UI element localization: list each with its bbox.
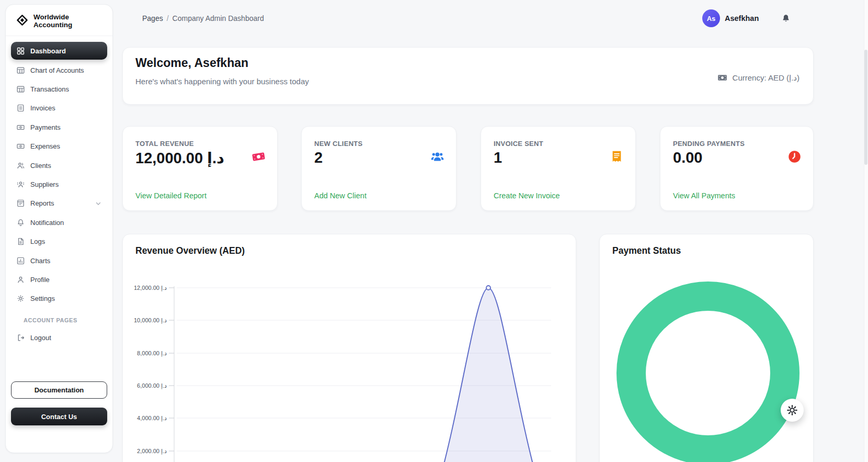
table-icon — [16, 66, 25, 75]
bar-chart-icon — [16, 256, 25, 265]
brand: Worldwide Accounting — [6, 5, 112, 36]
add-new-client-link[interactable]: Add New Client — [314, 191, 367, 200]
breadcrumb-root[interactable]: Pages — [142, 14, 163, 22]
chevron-down-icon — [95, 200, 102, 207]
sidebar-item-label: Payments — [30, 123, 61, 131]
bell-icon — [16, 218, 25, 227]
currency-label: Currency: AED (د.إ) — [733, 73, 800, 83]
bell-icon — [781, 14, 791, 23]
sidebar-item-label: Profile — [30, 276, 50, 284]
clock-icon — [787, 150, 802, 164]
sidebar-item-label: Chart of Accounts — [30, 66, 84, 74]
sidebar-item-dashboard[interactable]: Dashboard — [11, 42, 107, 60]
view-detailed-report-link[interactable]: View Detailed Report — [135, 191, 207, 200]
sidebar-item-label: Notification — [30, 219, 64, 227]
sidebar-item-settings[interactable]: Settings — [11, 289, 107, 308]
welcome-subtitle: Here's what's happening with your busine… — [135, 77, 309, 86]
view-all-payments-link[interactable]: View All Payments — [673, 191, 735, 200]
banknote-icon — [16, 142, 25, 151]
sidebar-item-label: Logs — [30, 238, 45, 245]
breadcrumb: Pages/Company Admin Dashboard — [142, 14, 264, 22]
receipt-icon — [610, 150, 624, 164]
page-scrollbar-track — [864, 0, 868, 462]
sidebar-item-invoices[interactable]: Invoices — [11, 99, 107, 118]
users-icon — [430, 150, 444, 164]
avatar[interactable]: As — [702, 9, 720, 27]
banknote-icon — [252, 150, 266, 164]
sidebar-item-profile[interactable]: Profile — [11, 270, 107, 289]
banknote-icon — [717, 72, 728, 83]
y-tick-label: 2,000.00 د.إ — [137, 448, 167, 455]
sidebar-item-logs[interactable]: Logs — [11, 232, 107, 251]
sidebar-item-label: Expenses — [30, 142, 60, 150]
user-group-icon — [16, 161, 25, 170]
sidebar-item-label: Settings — [30, 295, 55, 302]
user-name: Asefkhan — [725, 14, 759, 22]
sidebar-item-label: Charts — [30, 257, 50, 265]
revenue-area-chart: 12,000.00 د.إ 10,000.00 د.إ 8,000.00 د.إ… — [123, 234, 576, 462]
stat-value: 2 — [314, 149, 323, 166]
sidebar-item-label: Logout — [30, 334, 51, 342]
stat-value: 0.00 — [673, 149, 702, 166]
list-document-icon — [16, 104, 25, 112]
sidebar-item-transactions[interactable]: Transactions — [11, 80, 107, 98]
person-icon — [16, 275, 25, 284]
payment-status-donut-chart — [600, 234, 814, 462]
sidebar-item-label: Invoices — [30, 104, 55, 112]
contact-us-button[interactable]: Contact Us — [11, 408, 107, 425]
dashboard-grid-icon — [16, 47, 25, 55]
file-icon — [16, 237, 25, 246]
banknote-icon — [16, 123, 25, 132]
breadcrumb-separator: / — [167, 14, 169, 22]
settings-fab-button[interactable] — [781, 399, 804, 422]
sidebar-item-clients[interactable]: Clients — [11, 156, 107, 175]
sidebar-item-reports[interactable]: Reports — [11, 194, 107, 213]
y-tick-label: 10,000.00 د.إ — [134, 317, 167, 324]
sidebar-item-label: Transactions — [30, 85, 69, 93]
sidebar-footer: Documentation Contact Us — [11, 381, 107, 425]
sidebar-item-chart-of-accounts[interactable]: Chart of Accounts — [11, 61, 107, 80]
sidebar-item-expenses[interactable]: Expenses — [11, 137, 107, 156]
stat-label: PENDING PAYMENTS — [673, 140, 745, 148]
payment-status-title: Payment Status — [612, 245, 681, 256]
sidebar-item-label: Suppliers — [30, 181, 59, 188]
brand-name: Worldwide Accounting — [33, 13, 106, 29]
documentation-button[interactable]: Documentation — [11, 381, 107, 399]
stat-card-total-revenue: TOTAL REVENUE 12,000.00 د.إ View Detaile… — [122, 126, 278, 211]
gear-icon — [786, 404, 798, 416]
sidebar-item-logout[interactable]: Logout — [11, 328, 107, 347]
page-scrollbar-thumb[interactable] — [864, 50, 867, 165]
payment-status-card: Payment Status — [599, 234, 814, 462]
revenue-peak-marker — [486, 286, 490, 290]
stat-label: INVOICE SENT — [494, 140, 543, 148]
table-icon — [16, 85, 25, 94]
breadcrumb-current: Company Admin Dashboard — [173, 14, 264, 22]
users-dots-icon — [16, 180, 25, 189]
sidebar-menu: Dashboard Chart of Accounts Transactions… — [6, 36, 112, 347]
donut-ring — [631, 296, 785, 450]
sidebar: Worldwide Accounting Dashboard Chart of … — [5, 4, 113, 453]
sidebar-item-notification[interactable]: Notification — [11, 213, 107, 232]
stat-label: TOTAL REVENUE — [135, 140, 194, 148]
stat-card-pending-payments: PENDING PAYMENTS 0.00 View All Payments — [660, 126, 814, 211]
currency-indicator: Currency: AED (د.إ) — [717, 72, 800, 83]
stat-label: NEW CLIENTS — [314, 140, 362, 148]
y-tick-label: 12,000.00 د.إ — [134, 285, 167, 291]
welcome-banner: Welcome, Asefkhan Here's what's happenin… — [122, 47, 814, 105]
sidebar-item-payments[interactable]: Payments — [11, 118, 107, 137]
sidebar-item-suppliers[interactable]: Suppliers — [11, 175, 107, 194]
sidebar-item-label: Reports — [30, 199, 54, 207]
y-tick-label: 4,000.00 د.إ — [137, 415, 167, 422]
y-tick-label: 6,000.00 د.إ — [137, 382, 167, 389]
stat-card-new-clients: NEW CLIENTS 2 Add New Client — [301, 126, 456, 211]
y-tick-label: 8,000.00 د.إ — [137, 350, 167, 357]
notification-bell-button[interactable] — [781, 14, 791, 23]
stat-value: 12,000.00 د.إ — [135, 149, 224, 167]
report-icon — [16, 199, 25, 208]
revenue-chart-title: Revenue Overview (AED) — [135, 245, 245, 256]
create-new-invoice-link[interactable]: Create New Invoice — [494, 191, 560, 200]
gear-icon — [16, 294, 25, 303]
page-title: Welcome, Asefkhan — [135, 56, 248, 70]
sidebar-item-charts[interactable]: Charts — [11, 251, 107, 270]
stat-card-invoice-sent: INVOICE SENT 1 Create New Invoice — [481, 126, 636, 211]
